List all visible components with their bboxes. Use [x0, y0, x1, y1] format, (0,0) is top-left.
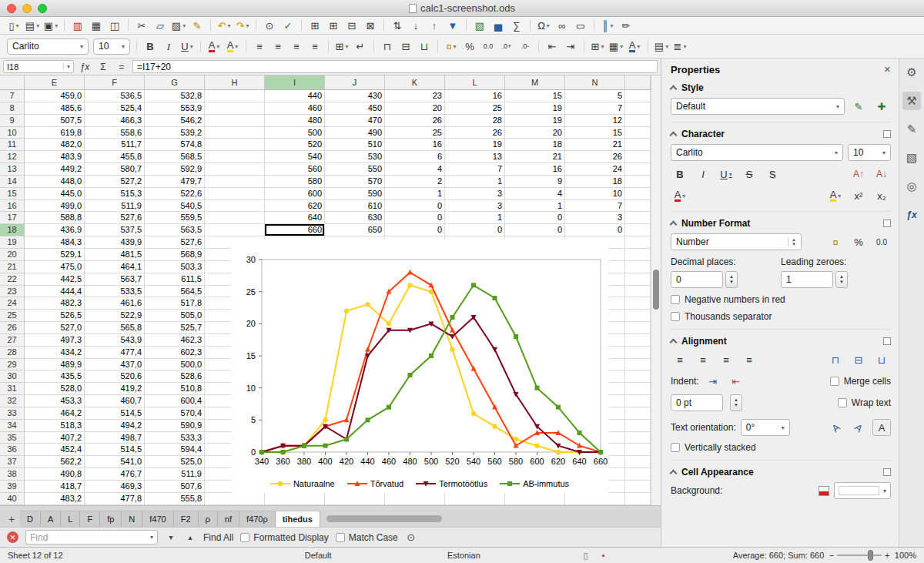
find-all-button[interactable]: Find All — [203, 532, 233, 543]
cell-K13[interactable]: 4 — [385, 163, 445, 176]
cell-F15[interactable]: 515,3 — [85, 188, 145, 200]
cell-F7[interactable]: 536,5 — [85, 90, 145, 102]
cell-J7[interactable]: 430 — [325, 90, 385, 102]
cell-G39[interactable]: 507,6 — [145, 481, 205, 493]
align-center-button[interactable]: ≡ — [270, 39, 286, 54]
wrap-text-button[interactable]: ↵ — [353, 39, 368, 54]
cell-M7[interactable]: 15 — [505, 90, 565, 102]
document-modified-icon[interactable]: ▪ — [602, 551, 605, 560]
collapse-chevron-icon[interactable] — [670, 221, 678, 229]
cell-K11[interactable]: 16 — [385, 139, 445, 151]
column-header-N[interactable]: N — [565, 75, 625, 90]
cell-K15[interactable]: 1 — [385, 188, 445, 200]
cell-G27[interactable]: 462,3 — [145, 334, 205, 347]
cell-F24[interactable]: 461,6 — [85, 297, 145, 310]
cell-partial[interactable] — [625, 127, 651, 139]
leading-zeroes-input[interactable]: 1 — [781, 271, 833, 288]
cell-G36[interactable]: 594,4 — [145, 444, 205, 456]
insert-comment-button[interactable]: ▭ — [573, 18, 588, 33]
underline-button[interactable]: U — [179, 39, 195, 54]
cell-F33[interactable]: 514,5 — [85, 407, 145, 420]
cell-partial[interactable] — [625, 90, 651, 102]
cell-F37[interactable]: 541,0 — [85, 456, 145, 468]
row-header-24[interactable]: 24 — [0, 297, 25, 310]
character-section-header[interactable]: Character — [671, 122, 891, 139]
cell-I14[interactable]: 580 — [265, 176, 325, 188]
language-label[interactable]: Estonian — [391, 548, 537, 563]
row-header-15[interactable]: 15 — [0, 188, 25, 200]
align-right-button[interactable]: ≡ — [289, 39, 304, 54]
cell-K40[interactable] — [385, 493, 445, 505]
number-format-button[interactable]: 0.0 — [480, 39, 496, 54]
cell-partial[interactable] — [625, 383, 651, 395]
align-left-button[interactable]: ≡ — [252, 39, 267, 54]
cell-H17[interactable] — [205, 212, 265, 224]
cell-G7[interactable]: 532,8 — [145, 90, 205, 102]
cell-G25[interactable]: 505,0 — [145, 310, 205, 322]
cell-K18[interactable]: 0 — [385, 224, 445, 236]
cell-L14[interactable]: 1 — [445, 176, 505, 188]
cell-partial[interactable] — [625, 359, 651, 371]
cell-partial[interactable] — [625, 261, 651, 273]
cell-K12[interactable]: 6 — [385, 151, 445, 163]
row-header-19[interactable]: 19 — [0, 236, 25, 249]
cell-I15[interactable]: 600 — [265, 188, 325, 200]
cell-E30[interactable]: 435,5 — [25, 370, 85, 383]
cell-G16[interactable]: 540,5 — [145, 200, 205, 213]
row-header-34[interactable]: 34 — [0, 420, 25, 432]
cell-partial[interactable] — [625, 249, 651, 261]
find-input[interactable]: Find ▾ — [25, 530, 158, 545]
open-button[interactable]: ▤ — [25, 18, 40, 33]
font-name-combo[interactable]: Carlito▾ — [7, 39, 89, 55]
cell-G10[interactable]: 539,2 — [145, 127, 205, 139]
align-top-button[interactable]: ⊓ — [380, 39, 395, 54]
cell-H12[interactable] — [205, 151, 265, 163]
cell-N9[interactable]: 12 — [565, 115, 625, 127]
cell-partial[interactable] — [625, 310, 651, 322]
cell-K17[interactable]: 0 — [385, 212, 445, 224]
sheet-tab-N[interactable]: N — [122, 511, 142, 527]
background-color-button[interactable]: A — [627, 39, 642, 54]
cell-I11[interactable]: 520 — [265, 139, 325, 151]
cell-F17[interactable]: 527,6 — [85, 212, 145, 224]
cell-G8[interactable]: 553,9 — [145, 102, 205, 115]
formula-button[interactable]: = — [114, 62, 129, 72]
new-style-icon[interactable]: ✚ — [872, 98, 891, 115]
sidebar-settings-icon[interactable]: ⚙ — [902, 63, 921, 82]
row-header-26[interactable]: 26 — [0, 322, 25, 334]
conditional-formatting-button[interactable]: ▤ — [654, 39, 669, 54]
cell-K16[interactable]: 0 — [385, 200, 445, 213]
cell-E8[interactable]: 485,6 — [25, 102, 85, 115]
cell-partial[interactable] — [625, 420, 651, 432]
cell-K14[interactable]: 2 — [385, 176, 445, 188]
cell-F16[interactable]: 511,9 — [85, 200, 145, 213]
cell-J10[interactable]: 490 — [325, 127, 385, 139]
row-header-39[interactable]: 39 — [0, 481, 25, 493]
decimal-format-icon[interactable]: 0.0 — [872, 233, 891, 250]
formula-input[interactable]: =I17+20 — [132, 60, 658, 73]
cell-F23[interactable]: 533,5 — [85, 286, 145, 298]
cell-J16[interactable]: 610 — [325, 200, 385, 213]
styles-deck-icon[interactable]: ✎ — [902, 120, 921, 139]
cell-G40[interactable]: 555,8 — [145, 493, 205, 505]
navigator-deck-icon[interactable]: ◎ — [902, 177, 921, 196]
selection-statistics[interactable]: Average: 660; Sum: 660 — [651, 548, 824, 563]
cell-N16[interactable]: 7 — [565, 200, 625, 213]
thousands-separator-checkbox[interactable] — [671, 312, 680, 321]
paste-button[interactable]: ▨ — [171, 18, 186, 33]
sidebar-shadow-button[interactable]: S — [763, 166, 782, 183]
cell-J9[interactable]: 470 — [325, 115, 385, 127]
column-header-partial[interactable] — [625, 75, 651, 90]
negative-red-checkbox[interactable] — [671, 295, 680, 304]
zoom-percentage[interactable]: 100% — [895, 548, 916, 563]
undo-button[interactable]: ↶ — [216, 18, 232, 33]
cell-L12[interactable]: 13 — [445, 151, 505, 163]
cell-L40[interactable] — [445, 493, 505, 505]
cell-E11[interactable]: 482,0 — [25, 139, 85, 151]
cell-H10[interactable] — [205, 127, 265, 139]
cell-partial[interactable] — [625, 322, 651, 334]
sheet-tab-D[interactable]: D — [20, 511, 41, 527]
functions-deck-icon[interactable]: ƒx — [902, 206, 921, 224]
sidebar-strikethrough-button[interactable]: S — [740, 166, 758, 183]
cell-partial[interactable] — [625, 115, 651, 127]
